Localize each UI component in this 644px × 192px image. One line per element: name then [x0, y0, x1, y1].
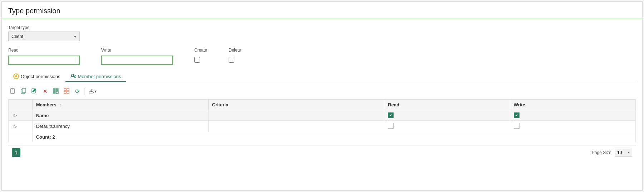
row2-criteria-cell: [208, 121, 384, 132]
new-button[interactable]: [8, 87, 18, 96]
copy-button[interactable]: [19, 87, 28, 96]
svg-point-1: [15, 75, 17, 77]
new-icon: [10, 88, 16, 95]
export-button[interactable]: ▾: [87, 87, 99, 96]
count-cell: Count: 2: [32, 132, 635, 142]
page-container: Type permission Target type Client Accou…: [1, 1, 643, 191]
export-icon: [89, 88, 94, 95]
row1-expand-cell: ▷: [9, 110, 33, 121]
read-label: Read: [8, 48, 80, 53]
object-permissions-icon: [13, 73, 19, 79]
create-label: Create: [194, 48, 207, 53]
toolbar: ✕: [8, 85, 636, 99]
write-input[interactable]: [101, 56, 173, 65]
row2-expand-cell: ▷: [9, 121, 33, 132]
row2-member-cell: DefaultCurrency: [32, 121, 208, 132]
table-row: ▷ Name ✓ ✓: [9, 110, 636, 121]
target-type-select-wrapper[interactable]: Client Account Contact: [8, 32, 80, 41]
target-type-section: Target type Client Account Contact: [8, 25, 636, 41]
tabs-section: Object permissions Member permissions: [8, 71, 636, 82]
write-field: Write: [101, 48, 173, 65]
svg-point-4: [72, 74, 74, 76]
deselect-icon: [64, 88, 69, 95]
row2-read-cell: [384, 121, 510, 132]
read-input[interactable]: [8, 56, 80, 65]
table-row: ▷ DefaultCurrency: [9, 121, 636, 132]
tab-member-permissions[interactable]: Member permissions: [65, 71, 126, 82]
footer-bar: 1 Page Size: 10 25 50 100: [8, 145, 636, 160]
svg-point-5: [74, 75, 75, 76]
count-row: Count: 2: [9, 132, 636, 142]
row2-write-checkbox[interactable]: [514, 123, 519, 129]
col-read-label: Read: [388, 102, 399, 107]
tab-object-permissions[interactable]: Object permissions: [8, 71, 65, 82]
row2-expand-button[interactable]: ▷: [12, 124, 18, 129]
create-field: Create: [194, 48, 207, 63]
refresh-icon: ⟳: [75, 88, 80, 95]
delete-checkbox[interactable]: [229, 57, 234, 63]
content-area: Target type Client Account Contact Read …: [2, 19, 642, 165]
col-write-label: Write: [514, 102, 525, 107]
svg-rect-11: [22, 88, 26, 92]
col-header-write[interactable]: Write: [510, 100, 635, 110]
col-header-criteria[interactable]: Criteria: [208, 100, 384, 110]
copy-icon: [21, 88, 26, 95]
read-field: Read: [8, 48, 80, 65]
col-header-members[interactable]: Members ↑: [32, 100, 208, 110]
count-cell-expand: [9, 132, 33, 142]
page-title: Type permission: [2, 2, 642, 19]
sort-arrow-members: ↑: [59, 103, 61, 107]
member-permissions-icon: [70, 73, 76, 79]
svg-rect-14: [56, 88, 58, 91]
row1-expand-button[interactable]: ▷: [12, 112, 18, 118]
permissions-row: Read Write Create Delete: [8, 48, 636, 65]
row1-write-checkbox[interactable]: ✓: [514, 112, 519, 118]
page-size-label: Page Size:: [592, 150, 613, 155]
svg-rect-20: [67, 91, 69, 93]
row2-member-value: DefaultCurrency: [36, 124, 70, 129]
col-criteria-label: Criteria: [212, 102, 229, 107]
page-size-select[interactable]: 10 25 50 100: [615, 149, 632, 157]
export-label: ▾: [94, 89, 97, 94]
refresh-button[interactable]: ⟳: [73, 87, 82, 96]
col-members-label: Members: [36, 102, 57, 107]
delete-icon: ✕: [43, 88, 47, 94]
page-indicator[interactable]: 1: [12, 148, 20, 157]
row2-read-checkbox[interactable]: [388, 123, 394, 129]
svg-rect-19: [64, 91, 66, 93]
tab-member-label: Member permissions: [78, 74, 121, 79]
svg-rect-13: [53, 88, 55, 91]
row1-read-checkbox[interactable]: ✓: [388, 112, 394, 118]
svg-rect-16: [56, 91, 58, 93]
page-size-wrapper[interactable]: 10 25 50 100: [615, 149, 632, 157]
page-size-section: Page Size: 10 25 50 100: [592, 149, 632, 157]
delete-field: Delete: [229, 48, 241, 63]
row1-write-cell: ✓: [510, 110, 635, 121]
create-checkbox[interactable]: [194, 57, 200, 63]
target-type-label: Target type: [8, 25, 636, 30]
edit-button[interactable]: [30, 87, 39, 96]
row1-criteria-cell: [208, 110, 384, 121]
row1-member-value: Name: [36, 113, 49, 118]
col-header-expand: [9, 100, 33, 110]
row2-write-cell: [510, 121, 635, 132]
row1-read-cell: ✓: [384, 110, 510, 121]
data-table: Members ↑ Criteria Read Write: [8, 99, 636, 142]
row1-member-cell: Name: [32, 110, 208, 121]
svg-rect-17: [64, 88, 66, 91]
toolbar-separator: [84, 88, 84, 95]
delete-label: Delete: [229, 48, 241, 53]
select-button[interactable]: [51, 87, 60, 96]
col-header-read[interactable]: Read: [384, 100, 510, 110]
svg-rect-18: [67, 88, 69, 91]
target-type-select[interactable]: Client Account Contact: [8, 32, 80, 41]
svg-rect-15: [53, 91, 55, 93]
delete-button[interactable]: ✕: [40, 87, 50, 96]
write-label: Write: [101, 48, 173, 53]
deselect-button[interactable]: [62, 87, 71, 96]
tab-object-label: Object permissions: [21, 74, 60, 79]
select-icon: [53, 88, 59, 95]
edit-icon: [31, 88, 37, 95]
